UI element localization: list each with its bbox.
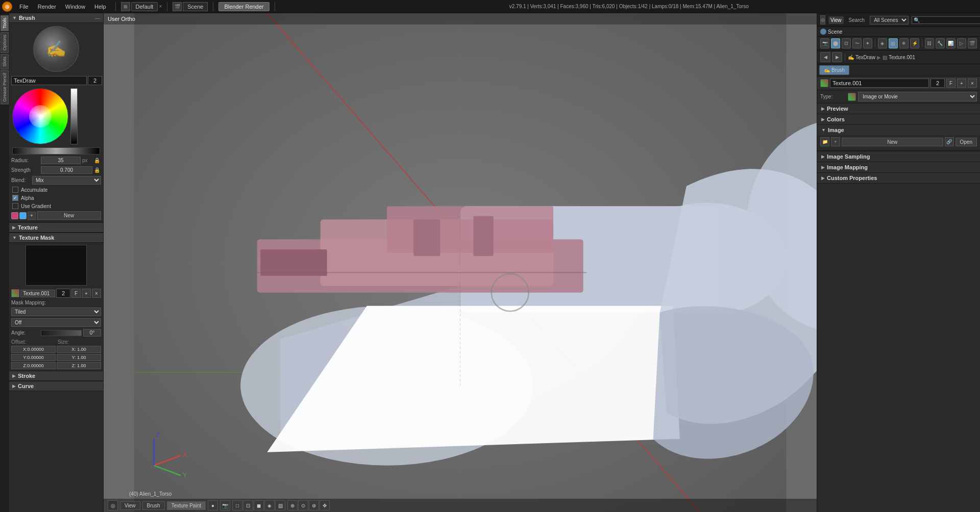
color-dot-1[interactable] xyxy=(11,212,18,219)
tiled-select[interactable]: Tiled 3D Random xyxy=(11,308,101,316)
slots-tab[interactable]: Slots xyxy=(1,54,9,69)
new-btn[interactable]: New xyxy=(37,211,101,220)
blend-select[interactable]: Mix Add Subtract Multiply xyxy=(32,176,101,185)
image-header[interactable]: ▼ Image xyxy=(817,125,980,135)
scene-selector[interactable]: Scene xyxy=(183,2,208,11)
ri-curve-icon[interactable]: 〜 xyxy=(852,38,862,48)
vp-toggle-btn[interactable]: ● xyxy=(208,500,218,510)
ri-render-icon[interactable]: 🎬 xyxy=(968,38,977,48)
grease-pencil-tab[interactable]: Grease Pencil xyxy=(1,70,9,105)
ri-object-icon[interactable]: ▷ xyxy=(957,38,966,48)
ri-mesh-icon[interactable]: ⊡ xyxy=(842,38,851,48)
tex-f-btn[interactable]: F xyxy=(946,79,955,88)
texture-add-btn[interactable]: + xyxy=(82,289,91,298)
color-dot-2[interactable] xyxy=(19,212,27,219)
vp-wire-btn[interactable]: ⊡ xyxy=(243,500,253,510)
angle-slider[interactable] xyxy=(41,330,82,336)
vp-brush-btn[interactable]: Brush xyxy=(142,501,165,510)
y-size-val[interactable]: Y: 1.00 xyxy=(57,354,101,361)
strength-lock-icon[interactable]: 🔒 xyxy=(94,167,101,173)
ri-sphere-icon[interactable]: ⬤ xyxy=(831,38,840,48)
custom-props-header[interactable]: ▶ Custom Properties xyxy=(817,173,980,183)
vp-pivot-btn[interactable]: ⊛ xyxy=(309,500,319,510)
image-add-icon[interactable]: + xyxy=(831,137,840,146)
image-sampling-header[interactable]: ▶ Image Sampling xyxy=(817,151,980,162)
vp-manip-btn[interactable]: ✥ xyxy=(320,500,330,510)
file-menu[interactable]: File xyxy=(15,3,33,11)
bc-texture[interactable]: Texture.001 xyxy=(889,55,915,60)
preview-header[interactable]: ▶ Preview xyxy=(817,104,980,114)
ri-particle-icon[interactable]: ✦ xyxy=(863,38,872,48)
vp-solid-btn[interactable]: □ xyxy=(232,500,242,510)
tools-tab[interactable]: Tools xyxy=(1,15,9,31)
gradient-add-btn[interactable]: + xyxy=(28,212,36,220)
tex-num-input[interactable] xyxy=(930,79,945,88)
hue-strip[interactable] xyxy=(12,147,100,155)
tex-add-btn[interactable]: + xyxy=(957,79,966,88)
vp-texture-paint-btn[interactable]: Texture Paint xyxy=(167,501,206,510)
ri-particles2-icon[interactable]: ❄ xyxy=(899,38,909,48)
vp-snap-btn[interactable]: ⊕ xyxy=(287,500,298,510)
vp-logo-btn[interactable]: ◎ xyxy=(108,500,118,510)
brush-number-input[interactable] xyxy=(88,76,102,85)
ri-back-icon[interactable]: ◀ xyxy=(820,52,830,62)
x-offset-val[interactable]: X:0.00000 xyxy=(11,346,56,353)
brush-settings-btn[interactable]: — xyxy=(95,15,100,21)
use-gradient-checkbox[interactable] xyxy=(12,203,18,209)
ri-physics-icon[interactable]: ⚡ xyxy=(910,38,919,48)
render-engine-selector[interactable]: Blender Render xyxy=(218,2,269,11)
help-menu[interactable]: Help xyxy=(90,3,110,11)
brush-name-input[interactable] xyxy=(11,76,87,85)
image-link-icon[interactable]: 🔗 xyxy=(945,137,954,146)
x-size-val[interactable]: X: 1.00 xyxy=(57,346,101,353)
bc-texdraw[interactable]: TexDraw xyxy=(855,55,875,60)
vp-camera-btn[interactable]: 📷 xyxy=(220,500,230,510)
window-menu[interactable]: Window xyxy=(61,3,89,11)
ri-modifier-icon[interactable]: 🔧 xyxy=(936,38,945,48)
stroke-header[interactable]: ▶ Stroke xyxy=(9,371,103,381)
image-new-btn[interactable]: New xyxy=(842,138,943,146)
render-menu[interactable]: Render xyxy=(34,3,60,11)
image-browse-icon[interactable]: 📁 xyxy=(820,137,829,146)
type-select[interactable]: Image or Movie Generated Environment Map xyxy=(858,92,977,101)
workspace-selector[interactable]: Default xyxy=(131,2,158,11)
options-tab[interactable]: Options xyxy=(1,32,9,53)
ri-texture-icon[interactable]: ▨ xyxy=(889,38,898,48)
ri-forward-icon[interactable]: ▶ xyxy=(832,52,842,62)
off-select[interactable]: Off On xyxy=(11,318,101,327)
rp-logo-btn[interactable]: ◎ xyxy=(820,15,825,24)
alpha-checkbox[interactable]: ✓ xyxy=(12,195,18,201)
vp-prop-btn[interactable]: ⊙ xyxy=(298,500,308,510)
vp-view-btn[interactable]: View xyxy=(120,501,140,510)
accumulate-checkbox[interactable] xyxy=(12,187,18,193)
ri-constraint-icon[interactable]: ⛓ xyxy=(925,38,934,48)
texture-slot-name[interactable]: Texture.001 xyxy=(20,290,55,297)
color-wheel[interactable] xyxy=(12,88,68,144)
strength-value[interactable]: 0.700 xyxy=(41,166,92,174)
radius-value[interactable]: 35 xyxy=(41,157,81,164)
texture-mask-header[interactable]: ▼ Texture Mask xyxy=(9,233,103,243)
angle-value[interactable]: 0° xyxy=(83,329,101,337)
brush-tab-btn[interactable]: ✍ Brush xyxy=(819,65,849,75)
colors-header[interactable]: ▶ Colors xyxy=(817,114,980,124)
texture-subpanel-header[interactable]: ▶ Texture xyxy=(9,222,103,233)
ri-material-icon[interactable]: ◈ xyxy=(878,38,887,48)
ri-data-icon[interactable]: 📊 xyxy=(946,38,955,48)
curve-header[interactable]: ▶ Curve xyxy=(9,381,103,391)
z-offset-val[interactable]: Z:0.00000 xyxy=(11,362,56,369)
brush-preview[interactable]: ✍ xyxy=(33,26,79,72)
tex-remove-btn[interactable]: × xyxy=(968,79,977,88)
rp-search-input[interactable] xyxy=(912,16,980,24)
texture-remove-btn[interactable]: × xyxy=(92,289,101,298)
texture-slot-number[interactable] xyxy=(56,289,70,298)
tex-name-input[interactable] xyxy=(830,79,929,88)
z-size-val[interactable]: Z: 1.00 xyxy=(57,362,101,369)
y-offset-val[interactable]: Y:0.00000 xyxy=(11,354,56,361)
image-mapping-header[interactable]: ▶ Image Mapping xyxy=(817,162,980,172)
brightness-slider[interactable] xyxy=(70,88,78,144)
rp-scenes-select[interactable]: All Scenes xyxy=(870,16,909,24)
vp-texture-btn[interactable]: ▨ xyxy=(275,500,285,510)
texture-f-btn[interactable]: F xyxy=(71,289,81,298)
brush-panel-header[interactable]: ▼ Brush — xyxy=(9,13,103,23)
vp-material-btn[interactable]: ◈ xyxy=(264,500,275,510)
